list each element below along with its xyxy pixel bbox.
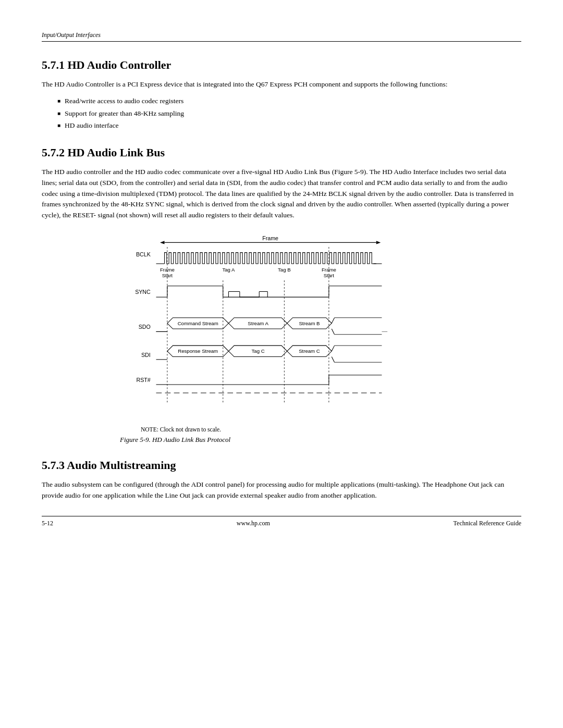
svg-text:Response Stream: Response Stream	[178, 348, 218, 354]
sdi-signal: Response Stream Tag C Stream C	[156, 346, 382, 362]
figure-caption: Figure 5-9. HD Audio Link Bus Protocol	[120, 436, 443, 444]
bclk-label: BCLK	[136, 251, 151, 257]
timing-diagram: Frame BCLK (function(){ var path = docum…	[120, 231, 443, 421]
bullet-2: Support for greater than 48-KHz sampling	[57, 108, 521, 119]
diagram-note: NOTE: Clock not drawn to scale.	[141, 426, 443, 433]
diagram-container: Frame BCLK (function(){ var path = docum…	[120, 231, 443, 443]
svg-marker-2	[160, 241, 165, 244]
svg-text:Stream B: Stream B	[299, 320, 320, 326]
footer: 5-12 www.hp.com Technical Reference Guid…	[42, 516, 521, 527]
section-573-title: 5.7.3 Audio Multistreaming	[42, 459, 521, 472]
breadcrumb: Input/Output Interfaces	[42, 31, 101, 39]
section-572-body: The HD audio controller and the HD audio…	[42, 167, 521, 221]
svg-line-52	[332, 357, 334, 363]
bclk-signal: (function(){ var path = document.getElem…	[156, 253, 382, 264]
svg-text:Tag A: Tag A	[222, 267, 235, 273]
rst-signal	[156, 375, 382, 393]
sdo-label: SDO	[139, 324, 151, 330]
bullet-3: HD audio interface	[57, 120, 521, 131]
svg-text:Frame: Frame	[262, 235, 278, 241]
section-571-body: The HD Audio Controller is a PCI Express…	[42, 79, 521, 90]
footer-url: www.hp.com	[237, 520, 270, 527]
section-571-bullets: Read/write access to audio codec registe…	[57, 95, 521, 131]
page: Input/Output Interfaces 5.7.1 HD Audio C…	[0, 0, 563, 548]
section-571-title: 5.7.1 HD Audio Controller	[42, 58, 521, 72]
section-573-body: The audio subsystem can be configured (t…	[42, 479, 521, 501]
svg-text:Tag C: Tag C	[252, 348, 265, 354]
svg-line-50	[332, 346, 334, 351]
svg-text:Command Stream: Command Stream	[178, 320, 218, 326]
footer-title: Technical Reference Guide	[454, 520, 521, 527]
svg-line-37	[332, 318, 334, 324]
sync-label: SYNC	[135, 289, 151, 295]
section-572-title: 5.7.2 HD Audio Link Bus	[42, 146, 521, 159]
svg-text:Stream A: Stream A	[248, 320, 268, 326]
svg-text:Tag B: Tag B	[278, 267, 291, 273]
header: Input/Output Interfaces	[42, 31, 521, 42]
sync-signal	[156, 286, 382, 297]
bullet-1: Read/write access to audio codec registe…	[57, 95, 521, 107]
svg-marker-3	[376, 241, 381, 244]
footer-page: 5-12	[42, 520, 53, 527]
rst-label: RST#	[137, 377, 151, 383]
sdo-signal: Command Stream Stream A Stream B	[156, 318, 387, 335]
sdi-label: SDI	[141, 352, 151, 358]
svg-text:Stream C: Stream C	[299, 348, 320, 354]
svg-line-39	[332, 329, 334, 335]
